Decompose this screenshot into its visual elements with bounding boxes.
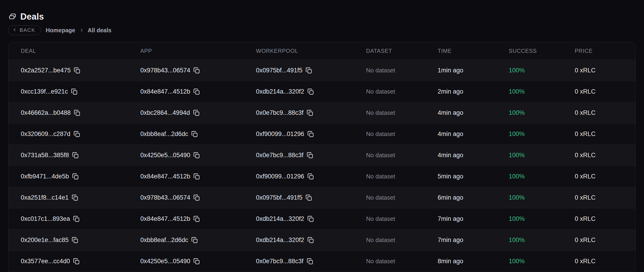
copy-icon[interactable] <box>72 152 79 159</box>
time-cell: 4min ago <box>438 130 509 138</box>
app-value[interactable]: 0x84e847...4512b <box>140 173 190 180</box>
deal-cell: 0x731a58...385f8 <box>21 152 140 159</box>
app-value[interactable]: 0x978b43...06574 <box>140 194 190 201</box>
copy-icon[interactable] <box>71 88 78 95</box>
app-value[interactable]: 0x84e847...4512b <box>140 215 190 223</box>
time-cell: 1min ago <box>438 67 509 74</box>
deal-cell: 0x200e1e...fac85 <box>21 237 140 244</box>
copy-icon[interactable] <box>193 194 200 201</box>
copy-icon[interactable] <box>306 258 313 265</box>
app-value[interactable]: 0xbc2864...4994d <box>140 109 190 116</box>
workerpool-value[interactable]: 0x0e7bc9...88c3f <box>256 152 304 159</box>
copy-icon[interactable] <box>72 173 79 180</box>
workerpool-value[interactable]: 0xdb214a...320f2 <box>256 237 304 244</box>
deal-value[interactable]: 0x2a2527...be475 <box>21 67 71 74</box>
deal-value[interactable]: 0x731a58...385f8 <box>21 152 69 159</box>
price-cell: 0 xRLC <box>575 152 636 159</box>
table-row[interactable]: 0x200e1e...fac850xbb8eaf...2d6dc0xdb214a… <box>8 229 636 251</box>
app-value[interactable]: 0x978b43...06574 <box>140 67 190 74</box>
app-cell: 0x84e847...4512b <box>140 88 256 95</box>
copy-icon[interactable] <box>306 152 313 159</box>
copy-icon[interactable] <box>74 131 80 137</box>
breadcrumb-homepage[interactable]: Homepage <box>46 27 75 34</box>
copy-icon[interactable] <box>193 109 200 116</box>
copy-icon[interactable] <box>193 216 200 222</box>
workerpool-value[interactable]: 0xdb214a...320f2 <box>256 88 304 95</box>
copy-icon[interactable] <box>307 173 314 180</box>
success-cell: 100% <box>509 152 575 159</box>
copy-icon[interactable] <box>307 131 314 137</box>
table-row[interactable]: 0xc017c1...893ea0x84e847...4512b0xdb214a… <box>8 208 636 229</box>
dataset-value: No dataset <box>366 194 395 201</box>
copy-icon[interactable] <box>73 216 80 222</box>
workerpool-value[interactable]: 0xdb214a...320f2 <box>256 215 304 223</box>
table-row[interactable]: 0x2a2527...be4750x978b43...065740x0975bf… <box>8 60 636 81</box>
deal-value[interactable]: 0x320609...c287d <box>21 130 70 138</box>
deal-value[interactable]: 0x200e1e...fac85 <box>21 237 68 244</box>
table-row[interactable]: 0xa251f8...c14e10x978b43...065740x0975bf… <box>8 187 636 208</box>
copy-icon[interactable] <box>74 109 80 116</box>
time-value: 6min ago <box>438 194 463 201</box>
workerpool-value[interactable]: 0xf90099...01296 <box>256 173 304 180</box>
back-button[interactable]: BACK <box>8 25 41 35</box>
copy-icon[interactable] <box>307 88 314 95</box>
table-body: 0x2a2527...be4750x978b43...065740x0975bf… <box>8 60 636 272</box>
deal-value[interactable]: 0xcc139f...e921c <box>21 88 68 95</box>
table-row[interactable]: 0x731a58...385f80x4250e5...054900x0e7bc9… <box>8 145 636 166</box>
time-value: 4min ago <box>438 152 463 159</box>
chevron-left-icon <box>13 27 17 33</box>
success-cell: 100% <box>509 109 575 116</box>
app-value[interactable]: 0xbb8eaf...2d6dc <box>140 237 188 244</box>
copy-icon[interactable] <box>193 173 200 180</box>
time-cell: 7min ago <box>438 215 509 223</box>
copy-icon[interactable] <box>191 237 198 244</box>
copy-icon[interactable] <box>193 152 200 159</box>
success-cell: 100% <box>509 215 575 223</box>
workerpool-value[interactable]: 0x0975bf...491f5 <box>256 194 302 201</box>
copy-icon[interactable] <box>193 67 200 74</box>
deal-value[interactable]: 0xc017c1...893ea <box>21 215 70 223</box>
workerpool-cell: 0x0e7bc9...88c3f <box>256 258 366 265</box>
deals-table-card: DEAL APP WORKERPOOL DATASET TIME SUCCESS… <box>8 42 636 272</box>
table-row[interactable]: 0x3577ee...cc4d00x4250e5...054900x0e7bc9… <box>8 251 636 272</box>
workerpool-value[interactable]: 0x0e7bc9...88c3f <box>256 258 304 265</box>
column-header-deal: DEAL <box>21 48 140 54</box>
copy-icon[interactable] <box>307 216 314 222</box>
success-cell: 100% <box>509 258 575 265</box>
workerpool-value[interactable]: 0x0e7bc9...88c3f <box>256 109 304 116</box>
app-value[interactable]: 0x4250e5...05490 <box>140 258 190 265</box>
copy-icon[interactable] <box>74 67 80 74</box>
table-row[interactable]: 0xfb9471...4de5b0x84e847...4512b0xf90099… <box>8 166 636 187</box>
app-value[interactable]: 0x84e847...4512b <box>140 88 190 95</box>
breadcrumb: Homepage All deals <box>46 27 112 34</box>
deal-value[interactable]: 0xfb9471...4de5b <box>21 173 69 180</box>
copy-icon[interactable] <box>306 194 312 201</box>
copy-icon[interactable] <box>306 67 312 74</box>
copy-icon[interactable] <box>72 237 78 244</box>
table-row[interactable]: 0x46662a...b04880xbc2864...4994d0x0e7bc9… <box>8 102 636 123</box>
copy-icon[interactable] <box>73 258 80 265</box>
copy-icon[interactable] <box>72 194 78 201</box>
copy-icon[interactable] <box>193 258 200 265</box>
column-header-time: TIME <box>438 48 509 54</box>
workerpool-value[interactable]: 0x0975bf...491f5 <box>256 67 302 74</box>
deal-value[interactable]: 0xa251f8...c14e1 <box>21 194 68 201</box>
copy-icon[interactable] <box>191 131 198 137</box>
copy-icon[interactable] <box>307 237 314 244</box>
workerpool-value[interactable]: 0xf90099...01296 <box>256 130 304 138</box>
table-row[interactable]: 0xcc139f...e921c0x84e847...4512b0xdb214a… <box>8 81 636 102</box>
breadcrumb-all-deals: All deals <box>88 27 112 34</box>
app-value[interactable]: 0x4250e5...05490 <box>140 152 190 159</box>
page: Deals BACK Homepage All deals DEAL APP W… <box>0 0 644 272</box>
copy-icon[interactable] <box>306 109 313 116</box>
price-cell: 0 xRLC <box>575 194 636 201</box>
deal-value[interactable]: 0x46662a...b0488 <box>21 109 71 116</box>
copy-icon[interactable] <box>193 88 200 95</box>
table-row[interactable]: 0x320609...c287d0xbb8eaf...2d6dc0xf90099… <box>8 123 636 145</box>
app-value[interactable]: 0xbb8eaf...2d6dc <box>140 130 188 138</box>
column-header-workerpool: WORKERPOOL <box>256 48 366 54</box>
time-value: 4min ago <box>438 130 463 138</box>
dataset-value: No dataset <box>366 88 395 95</box>
deal-value[interactable]: 0x3577ee...cc4d0 <box>21 258 70 265</box>
workerpool-cell: 0x0975bf...491f5 <box>256 194 366 201</box>
